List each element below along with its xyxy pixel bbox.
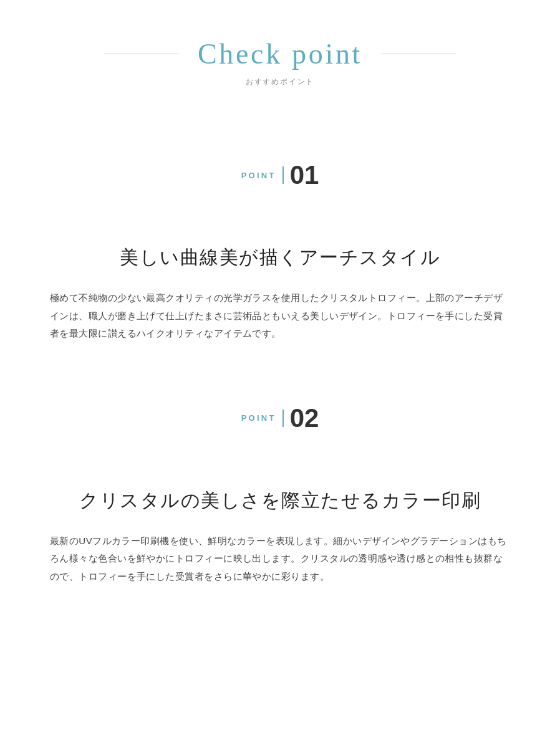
point-divider-1 [282, 166, 284, 184]
point-section-1: POINT 01 美しい曲線美が描くアーチスタイル 極めて不純物の少ない最高クオ… [50, 162, 510, 343]
point-section-2: POINT 02 クリスタルの美しさを際立たせるカラー印刷 最新のUVフルカラー… [50, 405, 510, 586]
page-title: Check point [179, 37, 381, 70]
spacer-2 [50, 207, 510, 244]
point-divider-2 [282, 410, 284, 427]
point-number-1: 01 [290, 162, 319, 188]
header-subtitle: おすすめポイント [50, 77, 510, 87]
point-body-2: 最新のUVフルカラー印刷機を使い、鮮明なカラーを表現します。細かいデザインやグラ… [50, 532, 510, 586]
point-text-1: POINT [241, 171, 276, 180]
point-heading-2: クリスタルの美しさを際立たせるカラー印刷 [50, 487, 510, 514]
point-label-2: POINT 02 [50, 405, 510, 431]
point-label-1: POINT 01 [50, 162, 510, 188]
header-line-right [381, 54, 456, 54]
spacer-4 [50, 450, 510, 487]
spacer-3 [50, 355, 510, 405]
point-heading-1: 美しい曲線美が描くアーチスタイル [50, 244, 510, 271]
spacer-1 [50, 125, 510, 162]
page-wrapper: Check point おすすめポイント POINT 01 美しい曲線美が描くア… [0, 0, 560, 748]
point-number-2: 02 [290, 405, 319, 431]
header-section: Check point [50, 37, 510, 70]
point-text-2: POINT [241, 413, 276, 423]
point-body-1: 極めて不純物の少ない最高クオリティの光学ガラスを使用したクリスタルトロフィー。上… [50, 289, 510, 343]
header-line-left [104, 54, 179, 54]
